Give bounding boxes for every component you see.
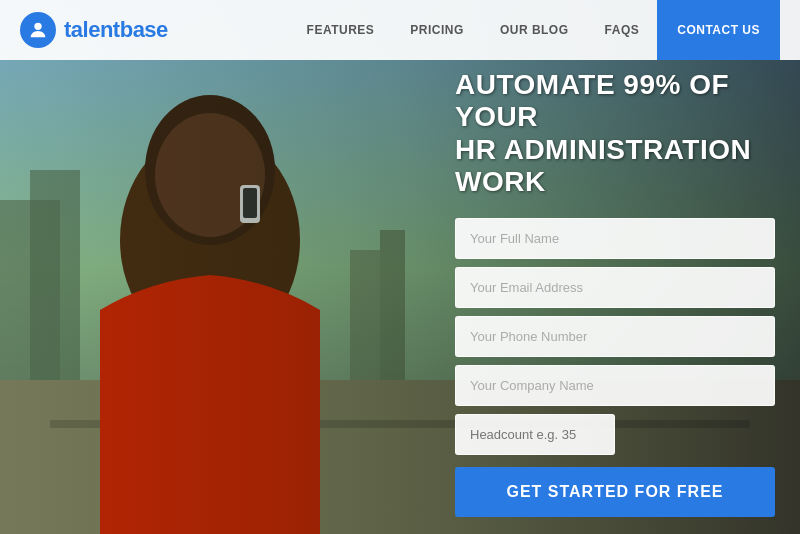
email-input[interactable]: [455, 267, 775, 308]
nav-blog[interactable]: OUR BLOG: [482, 0, 587, 60]
nav-links: FEATURES PRICING OUR BLOG FAQS CONTACT U…: [289, 0, 780, 60]
logo-icon: [20, 12, 56, 48]
phone-group: [455, 316, 775, 357]
company-input[interactable]: [455, 365, 775, 406]
nav-faqs[interactable]: FAQS: [587, 0, 658, 60]
headcount-input[interactable]: [455, 414, 615, 455]
nav-pricing[interactable]: PRICING: [392, 0, 482, 60]
headcount-group: [455, 414, 775, 455]
navbar: talentbase FEATURES PRICING OUR BLOG FAQ…: [0, 0, 800, 60]
svg-point-13: [34, 23, 41, 30]
phone-input[interactable]: [455, 316, 775, 357]
full-name-group: [455, 218, 775, 259]
hero-headline: AUTOMATE 99% OF YOUR HR ADMINISTRATION W…: [455, 69, 775, 198]
main-content: AUTOMATE 99% OF YOUR HR ADMINISTRATION W…: [430, 60, 800, 534]
logo-text: talentbase: [64, 17, 168, 43]
full-name-input[interactable]: [455, 218, 775, 259]
nav-contact[interactable]: CONTACT US: [657, 0, 780, 60]
company-group: [455, 365, 775, 406]
logo[interactable]: talentbase: [20, 12, 168, 48]
cta-button[interactable]: GET STARTED FOR FREE: [455, 467, 775, 517]
signup-form: GET STARTED FOR FREE: [455, 218, 775, 525]
email-group: [455, 267, 775, 308]
cta-group: GET STARTED FOR FREE: [455, 463, 775, 517]
nav-features[interactable]: FEATURES: [289, 0, 393, 60]
